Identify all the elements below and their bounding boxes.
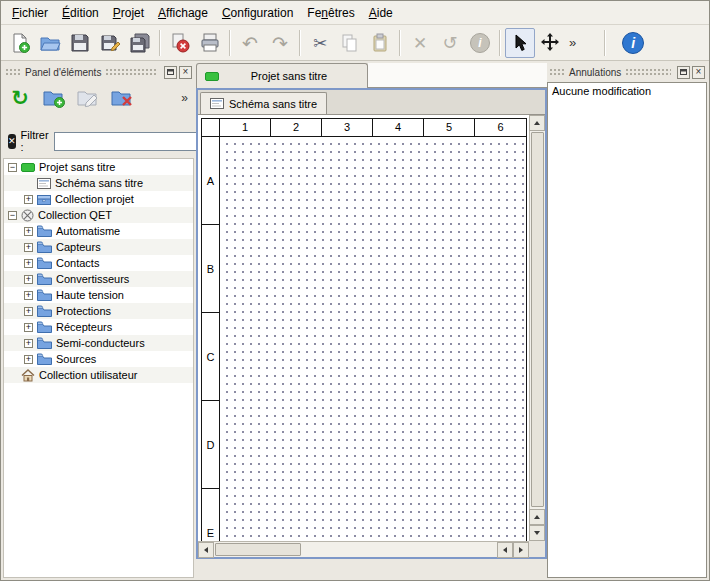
scroll-up-button[interactable] [529, 115, 545, 131]
menu-edition[interactable]: Édition [55, 3, 106, 23]
new-project-button[interactable] [5, 28, 35, 58]
expand-expander-icon[interactable]: + [24, 195, 33, 204]
collapse-expander-icon[interactable]: − [8, 211, 17, 220]
schema-canvas[interactable]: 1 2 3 4 5 6 A B C D [198, 115, 529, 541]
scroll-left-button[interactable] [497, 542, 513, 558]
tree-item-capteurs[interactable]: + Capteurs [4, 239, 193, 255]
expand-expander-icon[interactable]: + [24, 275, 33, 284]
folder-icon [37, 305, 52, 317]
horizontal-scrollbar[interactable] [198, 541, 529, 557]
clipboard-icon [369, 32, 391, 54]
print-button[interactable] [195, 28, 225, 58]
expand-expander-icon[interactable]: + [24, 323, 33, 332]
panel-toolbar-overflow-button[interactable]: » [181, 91, 192, 105]
arrow-right-icon [519, 547, 523, 553]
menu-configuration[interactable]: Configuration [215, 3, 300, 23]
tree-item-label: Collection projet [55, 193, 134, 205]
expand-expander-icon[interactable]: + [24, 339, 33, 348]
move-tool-button[interactable] [535, 28, 565, 58]
clear-filter-button[interactable]: ✕ [8, 134, 16, 149]
expand-expander-icon[interactable]: + [24, 259, 33, 268]
undo-button[interactable]: ↶ [235, 28, 265, 58]
horizontal-scroll-thumb[interactable] [215, 543, 301, 556]
reload-collections-button[interactable]: ↻ [5, 83, 35, 113]
delete-button[interactable]: ✕ [405, 28, 435, 58]
scroll-left-button[interactable] [198, 542, 214, 558]
save-all-button[interactable] [125, 28, 155, 58]
close-panel-button[interactable]: × [179, 66, 192, 79]
float-panel-button[interactable] [164, 66, 177, 79]
elements-panel-titlebar[interactable]: Panel d'éléments × [3, 64, 194, 80]
tree-item-semi-conducteurs[interactable]: + Semi-conducteurs [4, 335, 193, 351]
cursor-arrow-icon [510, 33, 530, 53]
save-button[interactable] [65, 28, 95, 58]
dock-grip [105, 68, 158, 76]
about-button[interactable]: i [618, 28, 648, 58]
scroll-up-button[interactable] [529, 509, 545, 525]
menu-affichage[interactable]: Affichage [151, 3, 215, 23]
tree-item-protections[interactable]: + Protections [4, 303, 193, 319]
tab-schema[interactable]: Schéma sans titre [200, 92, 327, 114]
folder-icon [37, 257, 52, 269]
float-panel-button[interactable] [677, 66, 690, 79]
schema-view: 1 2 3 4 5 6 A B C D [198, 114, 545, 557]
ruler-corner [202, 119, 220, 136]
project-tabbar: Projet sans titre [196, 63, 547, 88]
expand-expander-icon[interactable]: + [24, 227, 33, 236]
save-as-button[interactable] [95, 28, 125, 58]
toolbar-overflow-button[interactable]: » [565, 35, 580, 50]
scissors-icon: ✂ [313, 33, 327, 53]
copy-button[interactable] [335, 28, 365, 58]
tree-item-contacts[interactable]: + Contacts [4, 255, 193, 271]
menu-aide[interactable]: Aide [362, 3, 400, 23]
menu-projet[interactable]: Projet [106, 3, 151, 23]
tree-item-collection-utilisateur[interactable]: Collection utilisateur [4, 367, 193, 383]
column-header: 4 [373, 119, 424, 136]
expand-expander-icon[interactable]: + [24, 243, 33, 252]
new-element-icon [42, 87, 66, 109]
tree-item-automatisme[interactable]: + Automatisme [4, 223, 193, 239]
filter-input[interactable] [54, 132, 204, 151]
row-header: C [202, 313, 219, 401]
undo-empty-item[interactable]: Aucune modification [548, 83, 706, 99]
paste-button[interactable] [365, 28, 395, 58]
tree-item-project[interactable]: − Projet sans titre [4, 159, 193, 175]
scroll-down-button[interactable] [529, 525, 545, 541]
open-project-button[interactable] [35, 28, 65, 58]
scroll-right-button[interactable] [513, 542, 529, 558]
new-element-button[interactable] [39, 83, 69, 113]
expand-expander-icon[interactable]: + [24, 291, 33, 300]
tree-item-collection-qet[interactable]: − Collection QET [4, 207, 193, 223]
toolbar-separator [399, 30, 401, 56]
tree-item-sources[interactable]: + Sources [4, 351, 193, 367]
tab-project[interactable]: Projet sans titre [196, 63, 368, 88]
expand-expander-icon[interactable]: + [24, 307, 33, 316]
tree-item-convertisseurs[interactable]: + Convertisseurs [4, 271, 193, 287]
undo-panel-titlebar[interactable]: Annulations × [547, 64, 707, 80]
tree-item-recepteurs[interactable]: + Récepteurs [4, 319, 193, 335]
vertical-scroll-thumb[interactable] [531, 132, 544, 507]
collapse-expander-icon[interactable]: − [8, 163, 17, 172]
tree-item-collection-projet[interactable]: + Collection projet [4, 191, 193, 207]
tree-item-label: Convertisseurs [56, 273, 129, 285]
rotate-button[interactable]: ↺ [435, 28, 465, 58]
elements-panel: Panel d'éléments × ↻ [3, 64, 194, 578]
close-file-button[interactable] [165, 28, 195, 58]
grid-dots[interactable] [220, 137, 526, 541]
redo-button[interactable]: ↷ [265, 28, 295, 58]
expand-expander-icon[interactable]: + [24, 355, 33, 364]
tree-item-label: Récepteurs [56, 321, 112, 333]
select-tool-button[interactable] [505, 28, 535, 58]
element-info-button[interactable]: i [465, 28, 495, 58]
delete-element-icon [110, 87, 134, 109]
edit-element-button[interactable] [73, 83, 103, 113]
tree-item-haute-tension[interactable]: + Haute tension [4, 287, 193, 303]
tree-item-schema[interactable]: Schéma sans titre [4, 175, 193, 191]
menu-fichier[interactable]: Fichier [5, 3, 55, 23]
vertical-scrollbar[interactable] [529, 115, 545, 541]
folder-icon [37, 353, 52, 365]
cut-button[interactable]: ✂ [305, 28, 335, 58]
menu-fenetres[interactable]: Fenêtres [300, 3, 361, 23]
close-panel-button[interactable]: × [692, 66, 705, 79]
delete-element-button[interactable] [107, 83, 137, 113]
